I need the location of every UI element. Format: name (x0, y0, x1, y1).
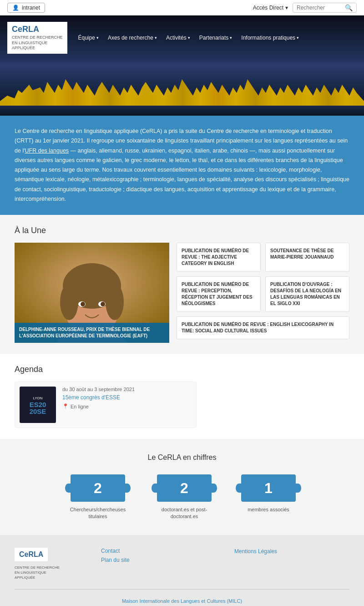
nav-item-axes[interactable]: Axes de recherche ▾ (108, 35, 157, 41)
chevron-down-icon: ▾ (285, 5, 288, 11)
agenda-section: Agenda LYON ES20 20SE du 30 août au 3 se… (0, 354, 364, 439)
une-content: DELPHINE-ANNE ROUSSEAU, PRIX DE THÈSE BI… (15, 243, 349, 343)
une-title: À la Une (15, 226, 349, 235)
svg-point-6 (60, 284, 78, 320)
chiffre-label-0: Chercheurs/chercheuses titulaires (68, 506, 127, 520)
une-caption: DELPHINE-ANNE ROUSSEAU, PRIX DE THÈSE BI… (15, 323, 169, 343)
svg-point-10 (81, 302, 85, 306)
nav-item-equipe[interactable]: Équipe ▾ (78, 35, 99, 41)
une-cards-row-2: PUBLICATION DE NUMÉRO DE REVUE : PERCEPT… (177, 276, 349, 312)
city-skyline (0, 70, 364, 107)
acces-direct-label: Accès Direct (253, 5, 283, 11)
footer-logo-cerla: CeRLA (19, 550, 43, 559)
une-card-1[interactable]: SOUTENANCE DE THÈSE DE MARIE-PIERRE JOUA… (265, 243, 349, 272)
agenda-date: du 30 août au 3 septembre 2021 (62, 387, 192, 392)
une-card-2[interactable]: PUBLICATION DE NUMÉRO DE REVUE : PERCEPT… (177, 276, 261, 312)
description-text: Le Centre de recherche en linguistique a… (15, 127, 349, 204)
top-bar-right: Accès Direct ▾ 🔍 (253, 3, 357, 13)
une-card-0[interactable]: PUBLICATION DE NUMÉRO DE REVUE : THE ADJ… (177, 243, 261, 272)
footer-logo-column: CeRLA CENTRE DE RECHERCHE EN LINGUISTIQU… (15, 548, 83, 581)
agenda-details: du 30 août au 3 septembre 2021 15ème con… (62, 387, 192, 409)
chiffre-label-2: membres associés (248, 506, 289, 513)
une-section: À la Une (0, 215, 364, 354)
top-bar-left: 👤 intranet (7, 3, 45, 13)
agenda-item: LYON ES20 20SE du 30 août au 3 septembre… (15, 382, 197, 428)
footer-links-column: Contact Plan du site (101, 548, 216, 581)
site-footer: CeRLA CENTRE DE RECHERCHE EN LINGUISTIQU… (0, 535, 364, 606)
nav-overlay: CeRLA CENTRE DE RECHERCHE EN LINGUISTIQU… (0, 15, 364, 60)
search-input[interactable] (297, 5, 342, 11)
site-logo[interactable]: CeRLA CENTRE DE RECHERCHE EN LINGUISTIQU… (7, 22, 67, 54)
logo-subtitle: CENTRE DE RECHERCHE EN LINGUISTIQUE APPL… (12, 35, 63, 51)
search-bar[interactable]: 🔍 (293, 3, 357, 13)
une-cards-row-3: PUBLICATION DE NUMÉRO DE REVUE : ENGLISH… (177, 316, 349, 339)
chiffres-title: Le CeRLA en chiffres (15, 453, 349, 462)
footer-mentions-column: Mentions Légales (234, 548, 349, 581)
une-card-4[interactable]: PUBLICATION DE NUMÉRO DE REVUE : ENGLISH… (177, 316, 349, 339)
user-icon: 👤 (12, 5, 19, 11)
une-cards-column: PUBLICATION DE NUMÉRO DE REVUE : THE ADJ… (177, 243, 349, 343)
top-bar: 👤 intranet Accès Direct ▾ 🔍 (0, 0, 364, 15)
ufr-des-langues-link[interactable]: UFR des langues (25, 148, 69, 154)
intranet-label: intranet (22, 5, 40, 11)
chiffres-row: 2 Chercheurs/chercheuses titulaires 2 do… (15, 474, 349, 520)
location-pin-icon: 📍 (62, 403, 69, 409)
footer-mentions-link[interactable]: Mentions Légales (234, 548, 277, 555)
une-card-3[interactable]: PUBLICATION D'OUVRAGE : DESAFÍOS DE LA N… (265, 276, 349, 312)
chevron-down-icon: ▾ (230, 36, 232, 40)
agenda-title: Agenda (15, 365, 349, 374)
chiffre-item-0: 2 Chercheurs/chercheuses titulaires (68, 474, 127, 520)
intranet-button[interactable]: 👤 intranet (7, 3, 45, 13)
chevron-down-icon: ▾ (188, 36, 190, 40)
agenda-location: 📍 En ligne (62, 403, 192, 409)
chiffre-number-2: 1 (241, 474, 296, 502)
chiffre-item-1: 2 doctorant.es et post-doctorant.es (155, 474, 214, 520)
une-image-column: DELPHINE-ANNE ROUSSEAU, PRIX DE THÈSE BI… (15, 243, 169, 343)
main-nav: Équipe ▾ Axes de recherche ▾ Activités ▾… (78, 35, 357, 41)
nav-item-activites[interactable]: Activités ▾ (166, 35, 190, 41)
water-reflection (0, 106, 364, 116)
nav-item-partenariats[interactable]: Partenariats ▾ (199, 35, 233, 41)
agenda-city-name: LYON (32, 395, 43, 401)
logo-cerla-text: CeRLA (12, 25, 63, 34)
chevron-down-icon: ▾ (96, 36, 99, 40)
nav-item-informations[interactable]: Informations pratiques ▾ (241, 35, 299, 41)
footer-divider (15, 589, 349, 590)
footer-logo[interactable]: CeRLA (15, 548, 48, 561)
chiffre-number-0: 2 (71, 474, 125, 502)
chevron-down-icon: ▾ (297, 36, 299, 40)
footer-address: Maison Internationale des Langues et Cul… (15, 597, 349, 606)
chiffres-section: Le CeRLA en chiffres 2 Chercheurs/cherch… (0, 439, 364, 535)
agenda-event-link[interactable]: 15ème congrès d'ESSE (62, 394, 120, 401)
svg-point-7 (106, 284, 124, 320)
description-section: Le Centre de recherche en linguistique a… (0, 116, 364, 215)
footer-top: CeRLA CENTRE DE RECHERCHE EN LINGUISTIQU… (15, 548, 349, 581)
footer-plan-link[interactable]: Plan du site (101, 557, 216, 563)
search-icon[interactable]: 🔍 (345, 4, 353, 11)
agenda-event-image: LYON ES20 20SE (20, 387, 56, 423)
acces-direct-dropdown[interactable]: Accès Direct ▾ (253, 5, 288, 11)
chiffre-item-2: 1 membres associés (241, 474, 296, 513)
chiffre-label-1: doctorant.es et post-doctorant.es (155, 506, 214, 520)
agenda-location-text: En ligne (71, 404, 89, 409)
une-cards-row-1: PUBLICATION DE NUMÉRO DE REVUE : THE ADJ… (177, 243, 349, 272)
chevron-down-icon: ▾ (155, 36, 157, 40)
svg-point-11 (101, 302, 105, 306)
chiffre-number-1: 2 (157, 474, 212, 502)
footer-contact-link[interactable]: Contact (101, 548, 216, 554)
site-header: CeRLA CENTRE DE RECHERCHE EN LINGUISTIQU… (0, 15, 364, 116)
